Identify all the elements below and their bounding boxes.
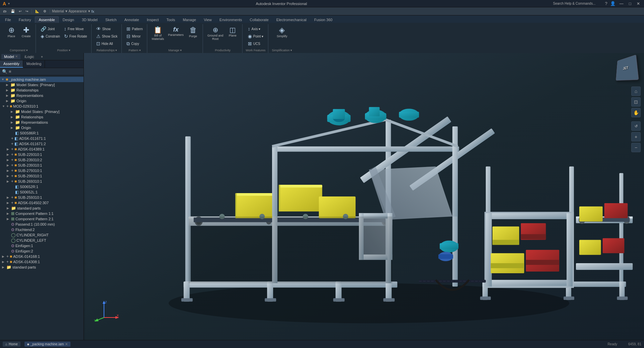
show-button[interactable]: 👁 Show	[95, 25, 119, 32]
pattern-button[interactable]: ⊞ Pattern	[125, 25, 144, 32]
purge-button[interactable]: 🗑 Purge	[186, 25, 200, 39]
list-item[interactable]: ▶ + ■ SUB-279310:1	[0, 168, 84, 173]
list-item[interactable]: ◧ S00S86R:1	[0, 130, 84, 136]
file-tab-close[interactable]: ✕	[65, 342, 68, 346]
list-item[interactable]: ◧ S00652L:1	[0, 189, 84, 195]
parameters-button[interactable]: fx Parameters	[167, 25, 185, 38]
tab-tools[interactable]: Tools	[163, 16, 179, 23]
qa-print-button[interactable]: 📐	[34, 9, 41, 14]
help-icon[interactable]: ?	[605, 1, 607, 6]
list-item[interactable]: + ◧ ADSK-011671:2	[0, 141, 84, 147]
nav-zoom-fit-button[interactable]: ⊡	[631, 97, 641, 107]
search-help[interactable]: Search Help & Commands...	[553, 2, 596, 5]
plane-button[interactable]: ◫ Plane	[226, 25, 239, 38]
tab-design[interactable]: Design	[59, 16, 78, 23]
show-sick-button[interactable]: ⚠ Show Sick	[95, 33, 119, 40]
file-tab[interactable]: ■ _packing machine.iam ✕	[24, 342, 71, 347]
copy-button[interactable]: ⧉ Copy	[125, 40, 144, 47]
list-item[interactable]: ▶ + ■ ADSK-014502:307	[0, 200, 84, 206]
home-tab[interactable]: ⌂ Home	[3, 342, 20, 347]
search-icon[interactable]: 🔍	[2, 69, 7, 74]
viewcube[interactable]: JET	[614, 56, 641, 83]
list-item[interactable]: ⊙ Fluchtend:2	[0, 227, 84, 232]
ground-root-button[interactable]: ⊕ Ground andRoot	[206, 25, 225, 42]
close-button[interactable]: ✕	[635, 1, 641, 6]
place-button[interactable]: ⊕ Place	[5, 25, 18, 39]
list-item[interactable]: ▶ ⊞ Component Pattern 1:1	[0, 211, 84, 216]
nav-zoom-in-button[interactable]: +	[631, 132, 641, 141]
list-item[interactable]: ▼ ■ _packing machine.iam	[0, 77, 84, 82]
list-item[interactable]: ◯ CYLINDER_LEFT	[0, 238, 84, 243]
list-item[interactable]: ⊙ Passend:1 (10.000 mm)	[0, 222, 84, 227]
list-item[interactable]: ▶ + ■ SUB-239310:1	[0, 163, 84, 168]
free-move-button[interactable]: ↕ Free Move	[63, 25, 89, 32]
qa-undo-button[interactable]: ↩	[17, 9, 23, 14]
model-tab-close[interactable]: ✕	[15, 55, 18, 58]
free-rotate-button[interactable]: ↻ Free Rotate	[63, 33, 89, 40]
tab-add-new[interactable]: +	[38, 54, 46, 59]
tab-fusion360[interactable]: Fusion 360	[311, 16, 336, 23]
tab-collaborate[interactable]: Collaborate	[246, 16, 272, 23]
list-item[interactable]: ▶ + ■ SUB-239310:2	[0, 157, 84, 163]
tab-assemble[interactable]: Assemble	[35, 16, 58, 23]
list-item[interactable]: ▶ + ■ SUB-259310:1	[0, 195, 84, 200]
tab-electromechanical[interactable]: Electromechanical	[273, 16, 310, 23]
account-icon[interactable]: 👤	[610, 1, 615, 6]
list-item[interactable]: ▶ 📁 Origin	[0, 125, 84, 130]
constrain-button[interactable]: ◈ Constrain	[39, 33, 61, 40]
list-item[interactable]: ⊙ Einfügen:2	[0, 248, 84, 254]
tab-environments[interactable]: Environments	[216, 16, 246, 23]
nav-orbit-button[interactable]: ↺	[631, 121, 641, 131]
axis-button[interactable]: ↕ Axis ▾	[247, 25, 265, 32]
panel-menu-icon[interactable]: ≡	[9, 69, 11, 74]
minimize-button[interactable]: —	[618, 1, 625, 6]
list-item[interactable]: ▶ 📁 standard parts	[0, 206, 84, 211]
list-item[interactable]: ▶ 📁 Relationships	[0, 88, 84, 93]
list-item[interactable]: ▶ + ■ ADSK-014308:1	[0, 259, 84, 265]
list-item[interactable]: ▶ + ■ ADSK-014168:1	[0, 254, 84, 259]
list-item[interactable]: ▶ ⊞ Component Pattern 2:1	[0, 216, 84, 222]
3d-viewport[interactable]: JET ⌂ ⊡ ✋ ↺ + − Z X	[84, 53, 644, 340]
list-item[interactable]: + ◧ ADSK-011671:1	[0, 136, 84, 141]
list-item[interactable]: ▶ 📁 Model States: [Primary]	[0, 82, 84, 88]
tab-file[interactable]: File	[1, 16, 15, 23]
list-item[interactable]: ▶ 📁 Model States: [Primary]	[0, 109, 84, 114]
list-item[interactable]: ◧ S00652R:1	[0, 184, 84, 189]
tree-container[interactable]: ▼ ■ _packing machine.iam ▶ 📁 Model State…	[0, 75, 84, 340]
list-item[interactable]: ▶ 📁 Representations	[0, 120, 84, 125]
nav-home-button[interactable]: ⌂	[631, 86, 641, 96]
list-item[interactable]: ▶ 📁 Relationships	[0, 114, 84, 120]
hide-all-button[interactable]: ⊡ Hide All	[95, 40, 119, 47]
list-item[interactable]: ◯ CYLINDER_RIGHT	[0, 232, 84, 238]
list-item[interactable]: ▶ + ■ ADSK-014389:1	[0, 147, 84, 152]
qa-redo-button[interactable]: ↪	[24, 9, 30, 14]
tab-sketch[interactable]: Sketch	[102, 16, 120, 23]
tab-factory[interactable]: Factory	[15, 16, 35, 23]
nav-pan-button[interactable]: ✋	[631, 108, 641, 117]
qa-dropdown-icon[interactable]: ▾	[65, 9, 67, 13]
viewcube-display[interactable]: JET	[616, 55, 639, 81]
qa-appearance-dropdown[interactable]: ▾	[88, 9, 90, 13]
qa-save-button[interactable]: 💾	[9, 9, 16, 14]
qa-fx-icon[interactable]: fx	[92, 9, 95, 13]
list-item[interactable]: ▶ 📁 Representations	[0, 93, 84, 98]
maximize-button[interactable]: □	[628, 1, 633, 6]
bom-button[interactable]: 📋 Bill ofMaterials	[151, 25, 166, 42]
mirror-button[interactable]: ⊟ Mirror	[125, 33, 144, 40]
list-item[interactable]: ▼ + ■ MOD-029310:1	[0, 104, 84, 109]
list-item[interactable]: ▶ + ■ SUB-299310:1	[0, 173, 84, 179]
qa-new-button[interactable]: 🗁	[2, 9, 8, 14]
joint-button[interactable]: 🔗 Joint	[39, 25, 61, 32]
list-item[interactable]: ⊙ Einfügen:1	[0, 243, 84, 248]
tab-ilogic[interactable]: iLogic	[22, 54, 37, 59]
panel-tab-modeling[interactable]: Modeling	[23, 60, 45, 68]
point-button[interactable]: ◉ Point ▾	[247, 33, 265, 40]
list-item[interactable]: ▶ + ■ SUB-229310:1	[0, 152, 84, 157]
create-button[interactable]: ✚ Create	[19, 25, 33, 39]
simplify-button[interactable]: ◈ Simplify	[275, 25, 289, 39]
tab-model[interactable]: Model ✕	[1, 54, 20, 59]
list-item[interactable]: ▶ 📁 standard parts	[0, 265, 84, 270]
list-item[interactable]: ▶ 📁 Origin	[0, 98, 84, 104]
tab-view[interactable]: View	[200, 16, 216, 23]
tab-annotate[interactable]: Annotate	[121, 16, 143, 23]
